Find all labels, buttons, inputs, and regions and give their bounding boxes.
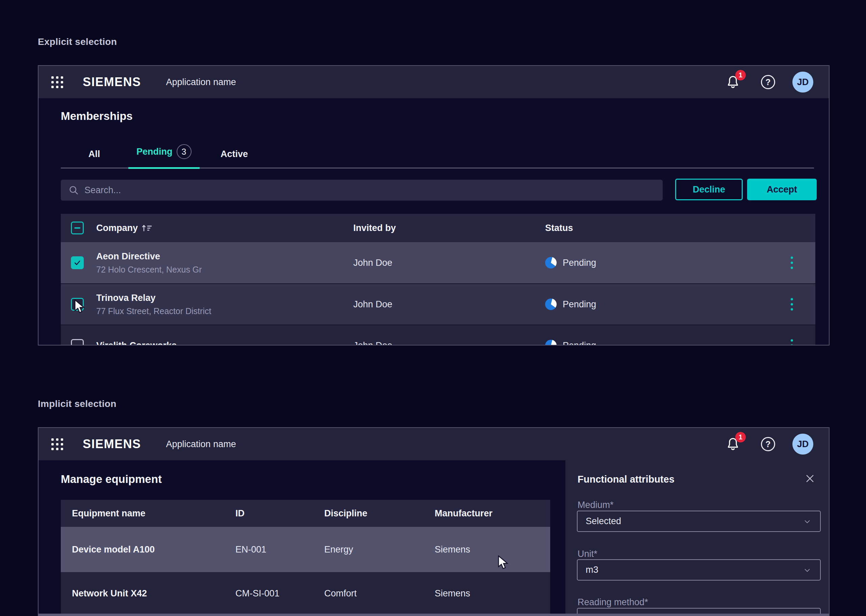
row-actions-kebab-menu[interactable] bbox=[791, 339, 793, 346]
siemens-logo: SIEMENS bbox=[83, 437, 141, 451]
table-row-aeon-directive[interactable]: Aeon Directive 72 Holo Crescent, Nexus G… bbox=[61, 242, 815, 283]
field-label-reading-method: Reading method* bbox=[578, 597, 648, 608]
medium-select[interactable]: Selected bbox=[577, 511, 821, 532]
mouse-cursor bbox=[497, 555, 511, 571]
company-address: 77 Flux Street, Reactor District bbox=[96, 306, 211, 316]
panel-title: Functional attributes bbox=[578, 474, 674, 485]
equipment-name: Network Unit X42 bbox=[72, 588, 147, 599]
company-name: Virelith Coreworks bbox=[96, 340, 177, 346]
functional-attributes-panel: Functional attributes Medium* Selected U… bbox=[566, 460, 829, 616]
tab-pending-count-badge: 3 bbox=[177, 144, 192, 159]
status-pending-icon bbox=[545, 299, 556, 310]
notification-badge: 1 bbox=[735, 70, 746, 80]
notifications-button[interactable]: 1 bbox=[725, 436, 741, 452]
equipment-manufacturer: Siemens bbox=[435, 544, 470, 555]
invited-by-value: John Doe bbox=[353, 340, 393, 346]
unit-select[interactable]: m3 bbox=[577, 559, 821, 581]
row-actions-kebab-menu[interactable] bbox=[791, 298, 793, 311]
company-address: 72 Holo Crescent, Nexus Gr bbox=[96, 265, 202, 275]
equipment-row-selected[interactable]: Device model A100 EN-001 Energy Siemens bbox=[61, 527, 550, 572]
memberships-table-header: Company Invited by Status bbox=[61, 214, 815, 242]
notification-badge: 1 bbox=[735, 432, 746, 442]
table-row-trinova-relay[interactable]: Trinova Relay 77 Flux Street, Reactor Di… bbox=[61, 283, 815, 325]
user-avatar[interactable]: JD bbox=[792, 434, 813, 454]
column-header-status: Status bbox=[545, 223, 573, 233]
row-checkbox-checked[interactable] bbox=[71, 256, 84, 269]
app-header-bar: SIEMENS Application name 1 ? JD bbox=[39, 66, 829, 98]
equipment-manufacturer: Siemens bbox=[435, 588, 470, 599]
column-header-invited-by: Invited by bbox=[353, 223, 396, 233]
check-icon bbox=[73, 259, 82, 267]
column-header-company: Company bbox=[96, 223, 138, 233]
tab-active[interactable]: Active bbox=[218, 149, 251, 168]
column-header-id: ID bbox=[236, 508, 245, 519]
search-input[interactable]: Search... bbox=[61, 180, 663, 201]
accept-button[interactable]: Accept bbox=[747, 179, 817, 200]
status-label: Pending bbox=[563, 299, 596, 310]
question-mark-icon: ? bbox=[761, 75, 775, 89]
search-placeholder: Search... bbox=[85, 185, 121, 196]
row-checkbox-unchecked[interactable] bbox=[71, 339, 84, 346]
invited-by-value: John Doe bbox=[353, 299, 393, 310]
equipment-table-header: Equipment name ID Discipline Manufacture… bbox=[61, 500, 550, 527]
table-row-virelith-coreworks[interactable]: Virelith Coreworks John Doe Pending bbox=[61, 325, 815, 346]
decline-button[interactable]: Decline bbox=[675, 179, 743, 200]
app-launcher-icon[interactable] bbox=[51, 438, 63, 450]
page-title-memberships: Memberships bbox=[61, 110, 133, 123]
help-button[interactable]: ? bbox=[760, 436, 776, 452]
tab-pending[interactable]: Pending 3 bbox=[128, 144, 200, 169]
application-name: Application name bbox=[166, 77, 236, 88]
memberships-app-window: SIEMENS Application name 1 ? JD Membersh… bbox=[38, 65, 830, 346]
app-launcher-icon[interactable] bbox=[51, 76, 63, 88]
chevron-down-icon bbox=[803, 565, 812, 575]
select-all-checkbox[interactable] bbox=[71, 222, 84, 234]
notifications-button[interactable]: 1 bbox=[725, 74, 741, 90]
status-label: Pending bbox=[563, 258, 596, 268]
status-pending-icon bbox=[545, 257, 556, 269]
user-avatar[interactable]: JD bbox=[792, 72, 813, 93]
equipment-discipline: Energy bbox=[324, 544, 353, 555]
sort-ascending-icon[interactable] bbox=[141, 223, 152, 233]
search-icon bbox=[68, 185, 79, 196]
equipment-discipline: Comfort bbox=[324, 588, 357, 599]
unit-select-value: m3 bbox=[586, 565, 803, 575]
equipment-id: EN-001 bbox=[236, 544, 267, 555]
column-header-discipline: Discipline bbox=[324, 508, 368, 519]
close-icon bbox=[804, 473, 816, 484]
page-title-manage-equipment: Manage equipment bbox=[61, 473, 162, 486]
chevron-down-icon bbox=[803, 517, 812, 526]
panel-close-button[interactable] bbox=[803, 471, 817, 486]
section-label-implicit: Implicit selection bbox=[38, 399, 116, 409]
equipment-app-window: SIEMENS Application name 1 ? JD Manage e… bbox=[38, 427, 830, 616]
field-label-medium: Medium* bbox=[578, 500, 614, 510]
siemens-logo: SIEMENS bbox=[83, 75, 141, 89]
field-label-unit: Unit* bbox=[578, 549, 597, 559]
row-actions-kebab-menu[interactable] bbox=[791, 257, 793, 269]
help-button[interactable]: ? bbox=[760, 74, 776, 90]
column-header-manufacturer: Manufacturer bbox=[435, 508, 492, 519]
status-pending-icon bbox=[545, 340, 556, 346]
tab-pending-label: Pending bbox=[137, 146, 173, 157]
mouse-cursor bbox=[73, 299, 87, 315]
company-name: Trinova Relay bbox=[96, 293, 211, 303]
equipment-row[interactable]: Network Unit X42 CM-SI-001 Comfort Sieme… bbox=[61, 572, 550, 614]
tab-all[interactable]: All bbox=[86, 149, 103, 168]
membership-tabs: All Pending 3 Active bbox=[61, 143, 814, 168]
status-label: Pending bbox=[563, 340, 596, 346]
section-label-explicit: Explicit selection bbox=[38, 36, 117, 47]
app-header-bar: SIEMENS Application name 1 ? JD bbox=[39, 428, 829, 460]
application-name: Application name bbox=[166, 439, 236, 449]
question-mark-icon: ? bbox=[761, 437, 775, 451]
company-name: Aeon Directive bbox=[96, 251, 202, 262]
medium-select-value: Selected bbox=[586, 516, 803, 526]
equipment-id: CM-SI-001 bbox=[236, 588, 280, 599]
equipment-name: Device model A100 bbox=[72, 544, 155, 555]
invited-by-value: John Doe bbox=[353, 258, 393, 268]
column-header-equipment-name: Equipment name bbox=[72, 508, 146, 519]
next-row-edge-strip bbox=[39, 614, 829, 616]
